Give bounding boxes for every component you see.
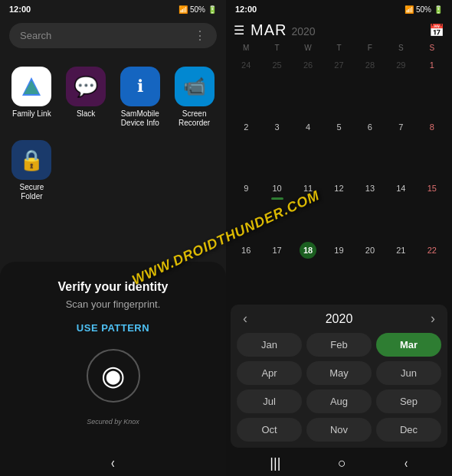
cal-day[interactable]: 6 (355, 117, 385, 179)
slack-label: Slack (77, 109, 95, 119)
verify-subtitle: Scan your fingerprint. (66, 298, 161, 310)
month-oct[interactable]: Oct (237, 418, 302, 442)
cal-day[interactable]: 20 (355, 240, 385, 302)
month-jun[interactable]: Jun (376, 361, 441, 385)
right-battery-icon: 🔋 (434, 5, 443, 14)
cal-day[interactable]: 25 (261, 55, 292, 117)
cal-day[interactable]: 16 (231, 240, 261, 302)
apps-grid: Family Link 💬 Slack ℹ SamMobile Device I… (0, 53, 226, 215)
cal-day[interactable]: 13 (355, 178, 385, 240)
screen-recorder-label: Screen Recorder (170, 109, 218, 128)
cal-day[interactable]: 1 (417, 55, 447, 117)
right-home-button[interactable]: ○ (338, 455, 346, 471)
month-nov[interactable]: Nov (306, 418, 372, 442)
right-battery-text: 50% (416, 5, 431, 14)
calendar-grid: 24 25 26 27 28 29 1 2 3 4 5 6 7 8 9 10 1… (226, 55, 452, 302)
cal-day[interactable]: 17 (261, 240, 292, 302)
cal-day[interactable]: 15 (417, 178, 447, 240)
cal-day[interactable]: 12 (323, 178, 354, 240)
right-nav-bar: ||| ○ ‹ (226, 451, 452, 476)
month-aug[interactable]: Aug (306, 390, 372, 413)
svg-marker-1 (24, 80, 39, 94)
secure-folder-icon: 🔒 (11, 140, 51, 180)
use-pattern-button[interactable]: USE PATTERN (77, 322, 149, 334)
months-grid: Jan Feb Mar Apr May Jun Jul Aug Sep Oct … (237, 333, 441, 442)
right-back-button[interactable]: ‹ (405, 455, 408, 471)
cal-day[interactable]: 21 (385, 240, 416, 302)
app-slack[interactable]: 💬 Slack (59, 60, 113, 134)
day-header-thu: T (323, 42, 354, 54)
left-status-bar: 12:00 📶 50% 🔋 (0, 0, 226, 18)
picker-prev-arrow[interactable]: ‹ (237, 311, 254, 327)
picker-year-row: ‹ 2020 › (237, 311, 441, 327)
fingerprint-icon-wrap: ◉ (87, 349, 140, 403)
day-header-wed: W (293, 42, 323, 54)
right-signal-icon: 📶 (405, 5, 414, 14)
month-apr[interactable]: Apr (237, 361, 302, 385)
cal-day[interactable]: 10 (261, 178, 292, 240)
day-header-sun: S (417, 42, 447, 54)
calendar-month: MAR (251, 21, 287, 39)
app-secure-folder[interactable]: 🔒 Secure Folder (5, 134, 59, 207)
right-menu-button[interactable]: ||| (270, 455, 280, 471)
event-dot (271, 197, 283, 200)
month-may[interactable]: May (306, 361, 372, 385)
battery-icon: 🔋 (208, 5, 217, 14)
cal-day[interactable]: 26 (293, 55, 323, 117)
search-bar[interactable]: Search ⋮ (9, 23, 217, 48)
right-time: 12:00 (235, 5, 257, 14)
day-header-mon: M (231, 42, 261, 54)
month-year-picker: ‹ 2020 › Jan Feb Mar Apr May Jun Jul Aug… (231, 305, 447, 448)
cal-day[interactable]: 14 (385, 178, 416, 240)
cal-day[interactable]: 29 (385, 55, 416, 117)
cal-day[interactable]: 5 (323, 117, 354, 179)
left-panel: 12:00 📶 50% 🔋 Search ⋮ Family Link 💬 S (0, 0, 226, 476)
picker-next-arrow[interactable]: › (424, 311, 441, 327)
right-panel: 12:00 📶 50% 🔋 ☰ MAR 2020 📅 M T W T F S S… (226, 0, 452, 476)
left-back-button[interactable]: ‹ (111, 454, 115, 471)
calendar-year: 2020 (291, 25, 315, 37)
calendar-view-icon[interactable]: 📅 (429, 23, 444, 37)
day-headers: M T W T F S S (226, 41, 452, 55)
search-menu-icon[interactable]: ⋮ (194, 28, 206, 43)
cal-day[interactable]: 11 (293, 178, 323, 240)
month-mar[interactable]: Mar (376, 333, 441, 357)
cal-day[interactable]: 28 (355, 55, 385, 117)
secure-folder-label: Secure Folder (8, 183, 56, 201)
day-header-sat: S (385, 42, 416, 54)
sammobile-label: SamMobile Device Info (116, 109, 165, 128)
right-status-icons: 📶 50% 🔋 (405, 5, 443, 14)
picker-year: 2020 (326, 312, 353, 326)
cal-day[interactable]: 7 (385, 117, 416, 179)
knox-label: Secured by Knox (87, 418, 139, 425)
cal-day[interactable]: 24 (231, 55, 261, 117)
month-dec[interactable]: Dec (376, 418, 441, 442)
family-link-label: Family Link (12, 109, 51, 119)
day-header-fri: F (355, 42, 385, 54)
app-screen-recorder[interactable]: 📹 Screen Recorder (167, 60, 221, 134)
month-jul[interactable]: Jul (237, 390, 302, 413)
cal-day[interactable]: 3 (261, 117, 292, 179)
cal-day[interactable]: 22 (417, 240, 447, 302)
cal-day[interactable]: 2 (231, 117, 261, 179)
app-family-link[interactable]: Family Link (5, 60, 59, 134)
app-sammobile[interactable]: ℹ SamMobile Device Info (113, 60, 168, 134)
slack-icon: 💬 (66, 67, 106, 106)
knox-badge: Secured by Knox (87, 418, 139, 425)
day-header-tue: T (261, 42, 292, 54)
cal-day[interactable]: 4 (293, 117, 323, 179)
month-jan[interactable]: Jan (237, 333, 302, 357)
cal-day[interactable]: 19 (323, 240, 354, 302)
fingerprint-icon: ◉ (101, 360, 125, 392)
screen-recorder-icon: 📹 (175, 67, 215, 106)
cal-day[interactable]: 8 (417, 117, 447, 179)
month-sep[interactable]: Sep (376, 390, 441, 413)
left-time: 12:00 (9, 5, 31, 14)
signal-icon: 📶 (179, 5, 188, 14)
hamburger-icon[interactable]: ☰ (234, 23, 244, 37)
calendar-header: ☰ MAR 2020 📅 (226, 18, 452, 41)
cal-day[interactable]: 9 (231, 178, 261, 240)
cal-day-today[interactable]: 18 (293, 240, 323, 302)
cal-day[interactable]: 27 (323, 55, 354, 117)
month-feb[interactable]: Feb (306, 333, 372, 357)
